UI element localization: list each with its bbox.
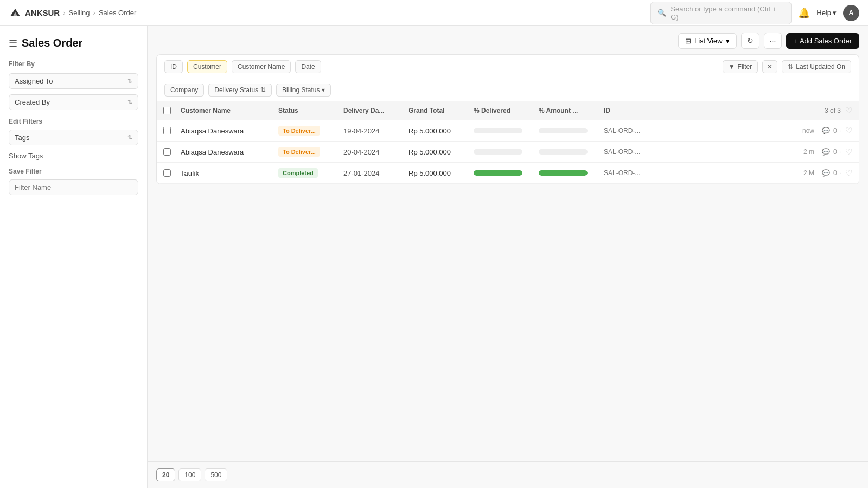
row-3-amount-fill	[539, 170, 588, 176]
created-by-label: Created By	[15, 98, 50, 106]
help-label: Help	[816, 9, 831, 17]
tags-filter[interactable]: Tags ⇅	[9, 130, 138, 145]
row-2-delivered-progress	[474, 149, 522, 155]
help-button[interactable]: Help ▾	[816, 9, 837, 17]
row-2-comment-icon[interactable]: 💬	[822, 148, 830, 156]
filter-tag-company[interactable]: Company	[164, 84, 204, 97]
th-grand-total[interactable]: Grand Total	[409, 107, 474, 114]
table-count: 3 of 3 ♡	[825, 106, 852, 115]
pagination-row: 20 100 500	[148, 461, 868, 488]
row-3-id: SAL-ORD-...	[604, 169, 803, 177]
row-1-comment-count: 0	[833, 127, 837, 134]
filter-tag-date[interactable]: Date	[295, 60, 321, 73]
hamburger-icon[interactable]: ☰	[9, 37, 17, 49]
filter-button[interactable]: ▼ Filter	[723, 60, 758, 73]
table-row[interactable]: Taufik Completed 27-01-2024 Rp 5.000.000	[157, 163, 859, 184]
more-button[interactable]: ···	[764, 33, 782, 49]
row-1-delivery-date: 19-04-2024	[343, 127, 409, 135]
th-checkbox	[163, 107, 181, 114]
breadcrumb-selling[interactable]: Selling	[69, 9, 90, 17]
assigned-to-label: Assigned To	[15, 77, 53, 85]
tags-label: Tags	[15, 133, 29, 142]
list-view-button[interactable]: ⊞ List View ▾	[678, 33, 737, 49]
assigned-to-filter[interactable]: Assigned To ⇅	[9, 73, 138, 89]
search-bar[interactable]: 🔍 Search or type a command (Ctrl + G)	[650, 2, 792, 24]
row-3-delivered-fill	[474, 170, 522, 176]
filter-tag-customer-name[interactable]: Customer Name	[232, 60, 291, 73]
row-3-comment-icon[interactable]: 💬	[822, 169, 830, 177]
row-1-id: SAL-ORD-...	[604, 127, 802, 134]
th-pct-amount[interactable]: % Amount ...	[539, 107, 604, 114]
row-3-status: Completed	[278, 168, 343, 178]
row-3-customer: Taufik	[181, 169, 278, 177]
filter-tag-customer-name-label: Customer Name	[238, 63, 285, 70]
filter-tag-date-label: Date	[301, 63, 315, 70]
filter-name-input[interactable]	[9, 179, 138, 195]
row-2-customer: Abiaqsa Daneswara	[181, 148, 278, 156]
filter-tags-row-1: ID Customer Customer Name Date ▼ Filter …	[156, 54, 859, 79]
filter-label: Filter	[738, 63, 752, 70]
filter-tag-delivery-status[interactable]: Delivery Status ⇅	[208, 84, 272, 97]
th-delivery-date[interactable]: Delivery Da...	[343, 107, 409, 114]
list-area: ⊞ List View ▾ ↻ ··· + Add Sales Order ID	[148, 26, 868, 488]
filter-tag-customer[interactable]: Customer	[187, 60, 227, 73]
row-1-amount-bar	[539, 128, 604, 133]
row-1-dot: ·	[840, 127, 842, 134]
main-layout: ☰ Sales Order Filter By Assigned To ⇅ Cr…	[0, 26, 868, 488]
select-all-checkbox[interactable]	[163, 107, 171, 114]
table-header: Customer Name Status Delivery Da... Gran…	[157, 101, 859, 120]
row-1-delivered-progress	[474, 128, 522, 133]
row-1-checkbox[interactable]	[163, 127, 171, 134]
sep2: ›	[93, 9, 95, 17]
list-view-icon: ⊞	[685, 37, 691, 45]
count-label: 3 of 3	[825, 107, 841, 114]
th-id[interactable]: ID	[604, 107, 825, 114]
avatar[interactable]: A	[843, 5, 859, 21]
row-3-comment-count: 0	[833, 169, 837, 177]
filter-tag-billing-status[interactable]: Billing Status ▾	[276, 84, 331, 97]
filter-tag-billing-label: Billing Status	[282, 86, 320, 94]
row-3-amount-progress	[539, 170, 588, 176]
filter-tag-customer-label: Customer	[193, 63, 221, 70]
row-1-heart-icon[interactable]: ♡	[845, 126, 852, 136]
th-customer-name[interactable]: Customer Name	[181, 107, 278, 114]
row-3-dot: ·	[840, 169, 842, 177]
sort-button[interactable]: ⇅ Last Updated On	[782, 60, 851, 73]
filter-tag-company-label: Company	[170, 86, 198, 94]
th-pct-delivered[interactable]: % Delivered	[474, 107, 539, 114]
row-2-heart-icon[interactable]: ♡	[845, 147, 852, 157]
th-status[interactable]: Status	[278, 107, 343, 114]
row-checkbox-1[interactable]	[163, 127, 181, 134]
table-row[interactable]: Abiaqsa Daneswara To Deliver... 20-04-20…	[157, 142, 859, 163]
favorite-all-icon[interactable]: ♡	[845, 106, 852, 115]
row-2-checkbox[interactable]	[163, 148, 171, 156]
orders-table: Customer Name Status Delivery Da... Gran…	[156, 101, 859, 184]
page-size-20[interactable]: 20	[156, 468, 175, 481]
page-size-500[interactable]: 500	[205, 468, 227, 481]
row-checkbox-3[interactable]	[163, 169, 181, 177]
refresh-icon: ↻	[747, 36, 754, 45]
row-1-comment-icon[interactable]: 💬	[822, 127, 830, 134]
row-3-heart-icon[interactable]: ♡	[845, 168, 852, 178]
add-sales-order-button[interactable]: + Add Sales Order	[786, 33, 859, 49]
show-tags-button[interactable]: Show Tags	[9, 152, 138, 160]
filter-close-button[interactable]: ✕	[762, 60, 777, 73]
breadcrumb-sales-order[interactable]: Sales Order	[99, 9, 136, 17]
row-3-delivered-bar	[474, 170, 539, 176]
row-3-delivery-date: 27-01-2024	[343, 169, 409, 177]
refresh-button[interactable]: ↻	[741, 33, 760, 49]
nav-right: 🔍 Search or type a command (Ctrl + G) 🔔 …	[650, 2, 859, 24]
filter-tag-id[interactable]: ID	[164, 60, 183, 73]
notification-button[interactable]: 🔔	[798, 7, 810, 19]
search-icon: 🔍	[658, 9, 666, 17]
row-3-checkbox[interactable]	[163, 169, 171, 177]
list-view-label: List View	[694, 37, 723, 45]
sort-icon: ⇅	[788, 63, 793, 70]
row-1-time: now	[802, 127, 814, 134]
logo[interactable]: ANKSUR	[9, 7, 60, 20]
page-size-100[interactable]: 100	[178, 468, 201, 481]
row-checkbox-2[interactable]	[163, 148, 181, 156]
table-row[interactable]: Abiaqsa Daneswara To Deliver... 19-04-20…	[157, 120, 859, 142]
row-1-status: To Deliver...	[278, 126, 343, 136]
created-by-filter[interactable]: Created By ⇅	[9, 94, 138, 110]
